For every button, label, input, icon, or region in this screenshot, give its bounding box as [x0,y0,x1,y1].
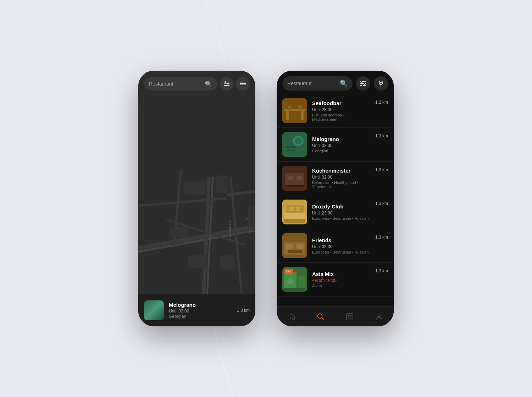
rest-name-drozdy: Drozdy Club [312,203,370,210]
svg-rect-60 [284,219,305,223]
svg-rect-53 [297,176,302,180]
map-search-icon: 🔍 [205,81,212,87]
svg-point-23 [225,81,226,83]
restaurant-item-asiamix[interactable]: YPA Asia Mix • From 10:00 Asian 1,3 km [277,263,394,297]
rest-until-asiamix: • From 10:00 [312,278,370,283]
svg-rect-42 [298,105,302,110]
svg-rect-44 [301,111,304,120]
map-list-btn[interactable] [236,77,250,91]
restaurant-list: Seafoodbar Until 23:00 Fish and seafood … [277,94,394,306]
rest-info-asiamix: Asia Mix • From 10:00 Asian [312,271,370,288]
rest-dist-drozdy: 1,3 km [375,201,388,206]
svg-point-25 [225,85,227,86]
rest-info-friends: Friends Until 03:00 European • Belarusia… [312,237,370,254]
svg-point-69 [287,278,293,284]
svg-point-34 [364,83,365,84]
svg-rect-54 [286,185,304,187]
svg-rect-52 [288,176,293,180]
list-search-icon: 🔍 [340,80,348,87]
svg-rect-70 [284,288,305,292]
rest-cuisine-drozdy: European • Belarusian • Russian [312,216,370,221]
restaurant-item-friends[interactable]: Friends Until 03:00 European • Belarusia… [277,229,394,263]
rest-cuisine-asiamix: Asian [312,284,370,288]
svg-rect-58 [289,207,294,211]
svg-point-24 [227,83,229,85]
svg-rect-48 [286,146,297,148]
rest-name-melograno: Melograno [312,136,370,142]
rest-img-melograno [282,132,307,157]
svg-rect-65 [288,250,302,253]
rest-dist-asiamix: 1,3 km [375,268,388,273]
rest-dist-melograno: 1,3 km [375,134,388,138]
svg-point-37 [380,82,382,83]
rest-img-kuchenmeister [282,166,307,191]
svg-rect-59 [296,207,300,211]
svg-rect-41 [288,105,291,110]
map-search-bar: Restaurant 🔍 [144,77,250,91]
nav-home[interactable] [284,310,298,324]
list-location-btn[interactable] [374,76,388,91]
rest-img-seafoodbar [282,98,307,123]
rest-dist-friends: 1,3 km [375,235,388,240]
rest-name-friends: Friends [312,237,370,243]
rest-name-asiamix: Asia Mix [312,271,370,277]
svg-rect-0 [138,71,255,326]
map-search-input[interactable]: Restaurant 🔍 [144,77,217,91]
card-image [144,300,164,320]
rest-until-friends: Until 03:00 [312,244,370,249]
svg-text:de France Ave: de France Ave [228,220,232,240]
list-search-input[interactable]: Restaurant 🔍 [282,76,353,91]
card-until: Until 03:00 [169,309,232,314]
restaurant-item-drozdy[interactable]: Drozdy Club Until 23:00 European • Belar… [277,195,394,229]
restaurant-item-melograno[interactable]: Melograno Until 03:00 Georgian 1,3 km [277,128,394,162]
list-phone-inner: Restaurant 🔍 [277,71,394,326]
rest-info-seafoodbar: Seafoodbar Until 23:00 Fish and seafood … [312,100,370,121]
rest-cuisine-seafoodbar: Fish and seafood • Mediterranean [312,113,370,121]
bg-decoration [0,0,532,397]
svg-rect-68 [298,276,305,288]
rest-until-drozdy: Until 23:00 [312,211,370,216]
svg-line-72 [322,318,324,320]
left-phone: de France Ave Bayshore Tyrella Ave leple… [138,71,255,326]
nav-search[interactable] [314,310,328,324]
rest-info-melograno: Melograno Until 03:00 Georgian [312,136,370,153]
map-bottom-card[interactable]: Melograno Until 03:00 Georgian 1,3 km [138,294,255,326]
svg-rect-15 [216,175,227,193]
svg-rect-18 [188,255,207,268]
right-phone: Restaurant 🔍 [277,71,394,326]
rest-cuisine-friends: European • Belarusian • Russian [312,250,370,254]
svg-rect-14 [184,181,206,195]
rest-name-kuchenmeister: Küchenmeister [312,168,370,174]
list-filter-btn[interactable] [356,76,370,91]
svg-point-33 [361,81,362,82]
svg-point-75 [378,314,381,317]
svg-rect-63 [286,244,293,249]
card-cuisine: Georgian [169,314,232,319]
rest-dist-kuchenmeister: 1,3 km [375,167,388,172]
svg-point-47 [295,137,302,145]
map-container: de France Ave Bayshore Tyrella Ave leple… [138,71,255,326]
svg-rect-64 [297,244,304,249]
card-name: Melograno [169,302,232,308]
restaurant-item-kuchenmeister[interactable]: Küchenmeister Until 02:00 Belarusian • H… [277,162,394,195]
svg-point-35 [362,85,363,86]
rest-info-drozdy: Drozdy Club Until 23:00 European • Belar… [312,203,370,221]
svg-rect-19 [220,255,234,270]
rest-name-seafoodbar: Seafoodbar [312,100,370,106]
svg-rect-17 [248,206,255,227]
scene: de France Ave Bayshore Tyrella Ave leple… [0,0,532,397]
rest-info-kuchenmeister: Küchenmeister Until 02:00 Belarusian • H… [312,168,370,189]
restaurant-item-seafoodbar[interactable]: Seafoodbar Until 23:00 Fish and seafood … [277,94,394,128]
svg-rect-43 [286,111,289,120]
nav-explore[interactable] [343,310,357,324]
svg-rect-16 [170,227,188,238]
rest-until-melograno: Until 03:00 [312,143,370,148]
map-filter-btn[interactable] [220,77,233,91]
svg-rect-73 [347,314,353,320]
svg-rect-74 [348,315,351,318]
svg-rect-56 [284,212,305,219]
nav-profile[interactable] [372,310,386,324]
list-search-bar: Restaurant 🔍 [277,71,394,94]
bottom-nav [277,306,394,326]
list-search-text: Restaurant [287,81,311,86]
